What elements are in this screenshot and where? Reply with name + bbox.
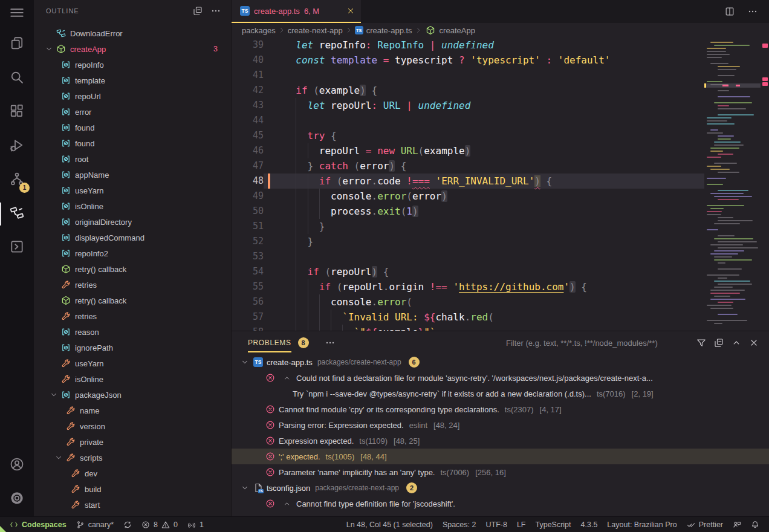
problem-row[interactable]: Could not find a declaration file for mo… xyxy=(232,370,769,386)
maximize-panel-icon[interactable] xyxy=(730,336,743,349)
filter-icon[interactable] xyxy=(695,336,708,349)
status-item-indentation[interactable]: Spaces: 2 xyxy=(438,521,481,529)
activity-item-extensions[interactable] xyxy=(0,96,34,129)
outline-item-repourl[interactable]: repoUrl xyxy=(34,88,231,104)
overview-ruler[interactable] xyxy=(761,37,769,331)
outline-item-error[interactable]: error xyxy=(34,104,231,120)
breadcrumb-item-createapp[interactable]: createApp xyxy=(424,25,475,35)
collapse-all-icon[interactable] xyxy=(191,4,204,18)
code-line-43[interactable]: 43 let repoUrl: URL | undefined xyxy=(232,98,704,113)
breadcrumb-item-packages[interactable]: packages xyxy=(242,26,276,35)
activity-item-source-control[interactable]: 1 xyxy=(0,163,34,197)
status-item-feedback[interactable] xyxy=(728,521,746,529)
outline-item-template[interactable]: template xyxy=(34,73,231,88)
chevron-up-icon[interactable] xyxy=(283,500,293,508)
status-item-eol[interactable]: LF xyxy=(512,521,531,529)
breadcrumb-item-create-next-app[interactable]: create-next-app xyxy=(288,26,343,35)
outline-item-isonline[interactable]: isOnline xyxy=(34,198,231,214)
outline-item-scripts[interactable]: scripts xyxy=(34,450,231,465)
status-item-remote-indicator[interactable]: Codespaces xyxy=(5,521,71,529)
outline-item-repoinfo[interactable]: repoInfo xyxy=(34,57,231,73)
outline-item-retry-callback[interactable]: retry() callback xyxy=(34,261,231,277)
activity-item-accounts[interactable] xyxy=(0,449,34,482)
outline-item-version[interactable]: version xyxy=(34,418,231,434)
outline-item-repoinfo2[interactable]: repoInfo2 xyxy=(34,245,231,261)
status-item-problems-summary[interactable]: 80 xyxy=(137,521,183,529)
outline-item-name[interactable]: name xyxy=(34,403,231,418)
code-line-56[interactable]: 56 console.error( xyxy=(232,294,704,310)
outline-item-createapp[interactable]: createApp3 xyxy=(34,41,231,57)
outline-item-packagejson[interactable]: packageJson xyxy=(34,387,231,403)
minimap[interactable] xyxy=(704,37,761,331)
code-line-51[interactable]: 51 } xyxy=(232,219,704,234)
code-line-55[interactable]: 55 if (repoUrl.origin !== 'https://githu… xyxy=(232,279,704,294)
tab-problems[interactable]: PROBLEMS xyxy=(248,339,291,347)
code-line-53[interactable]: 53 xyxy=(232,249,704,264)
activity-item-run-debug[interactable] xyxy=(0,129,34,163)
tab-close-icon[interactable] xyxy=(346,7,355,15)
outline-item-isonline[interactable]: isOnline xyxy=(34,371,231,387)
code-line-41[interactable]: 41 xyxy=(232,68,704,83)
outline-item-useyarn[interactable]: useYarn xyxy=(34,183,231,198)
problem-file-row-create-app-ts[interactable]: TScreate-app.tspackages/create-next-app6 xyxy=(232,354,769,370)
outline-item-appname[interactable]: appName xyxy=(34,167,231,183)
collapse-all-icon[interactable] xyxy=(712,336,725,349)
code-line-54[interactable]: 54 if (repoUrl) { xyxy=(232,264,704,279)
code-line-58[interactable]: 58 `"${example}"` xyxy=(232,325,704,331)
split-editor-icon[interactable] xyxy=(723,5,736,18)
outline-item-private[interactable]: private xyxy=(34,434,231,450)
status-item-branch[interactable]: canary* xyxy=(71,521,118,529)
status-item-layout[interactable]: Layout: Brazilian Pro xyxy=(602,521,681,529)
outline-item-build[interactable]: build xyxy=(34,481,231,497)
outline-item-ignorepath[interactable]: ignorePath xyxy=(34,340,231,355)
problems-filter-input[interactable] xyxy=(506,339,686,348)
outline-item-root[interactable]: root xyxy=(34,151,231,167)
problem-row[interactable]: Cannot find type definition file for 'js… xyxy=(232,496,769,511)
outline-item-originaldirectory[interactable]: originalDirectory xyxy=(34,214,231,230)
code-line-49[interactable]: 49 console.error(error) xyxy=(232,189,704,204)
code-line-48[interactable]: 48 if (error.code !=== 'ERR_INVALID_URL'… xyxy=(232,174,704,189)
activity-item-symbols[interactable] xyxy=(0,197,34,231)
panel-more-icon[interactable] xyxy=(323,336,337,349)
outline-item-retry-callback[interactable]: retry() callback xyxy=(34,293,231,308)
problem-row[interactable]: ';' expected.ts(1005)[48, 44] xyxy=(232,449,769,464)
outline-item-reason[interactable]: reason xyxy=(34,324,231,340)
code-line-50[interactable]: 50 process.exit(1) xyxy=(232,204,704,219)
code-line-45[interactable]: 45 try { xyxy=(232,128,704,143)
breadcrumb-item-create-app-ts[interactable]: TScreate-app.ts xyxy=(355,26,412,35)
outline-item-useyarn[interactable]: useYarn xyxy=(34,355,231,371)
activity-item-search[interactable] xyxy=(0,62,34,96)
code-line-47[interactable]: 47 } catch (error) { xyxy=(232,158,704,174)
code-line-40[interactable]: 40 const template = typescript ? 'typesc… xyxy=(232,53,704,68)
status-item-sync[interactable] xyxy=(118,521,137,529)
problem-file-row-tsconfig-json[interactable]: TStsconfig.jsonpackages/create-next-app2 xyxy=(232,480,769,496)
status-item-notifications[interactable] xyxy=(746,521,764,529)
status-item-ts-version[interactable]: 4.3.5 xyxy=(576,521,603,529)
problem-related-row[interactable]: Try `npm i --save-dev @types/async-retry… xyxy=(232,386,769,401)
status-item-ports[interactable]: 1 xyxy=(183,521,209,529)
code-line-52[interactable]: 52 } xyxy=(232,234,704,249)
outline-item-found[interactable]: found xyxy=(34,135,231,151)
problem-row[interactable]: Cannot find module 'cpy' or its correspo… xyxy=(232,401,769,417)
activity-item-remote-panel[interactable] xyxy=(0,231,34,265)
activity-item-menu[interactable] xyxy=(0,0,34,28)
status-item-cursor-position[interactable]: Ln 48, Col 45 (1 selected) xyxy=(342,521,438,529)
close-panel-icon[interactable] xyxy=(747,336,761,349)
tab-create-app[interactable]: TS create-app.ts 6, M xyxy=(232,0,361,23)
status-item-prettier[interactable]: Prettier xyxy=(682,521,728,529)
editor-more-icon[interactable] xyxy=(746,5,759,18)
problem-row[interactable]: Expression expected.ts(1109)[48, 25] xyxy=(232,433,769,449)
activity-item-explorer[interactable] xyxy=(0,28,34,62)
more-actions-icon[interactable] xyxy=(209,4,222,18)
problem-related-row[interactable]: The file is in the program because: xyxy=(232,511,769,516)
code-line-39[interactable]: 39 let repoInfo: RepoInfo | undefined xyxy=(232,37,704,53)
outline-item-found[interactable]: found xyxy=(34,120,231,135)
activity-item-settings[interactable] xyxy=(0,482,34,516)
problem-row[interactable]: Parsing error: Expression expected.eslin… xyxy=(232,417,769,433)
outline-item-retries[interactable]: retries xyxy=(34,277,231,293)
code-line-57[interactable]: 57 `Invalid URL: ${chalk.red( xyxy=(232,310,704,325)
code-line-42[interactable]: 42 if (example) { xyxy=(232,83,704,98)
outline-item-displayedcommand[interactable]: displayedCommand xyxy=(34,230,231,245)
outline-item-retries[interactable]: retries xyxy=(34,308,231,324)
outline-item-downloaderror[interactable]: DownloadError xyxy=(34,25,231,41)
